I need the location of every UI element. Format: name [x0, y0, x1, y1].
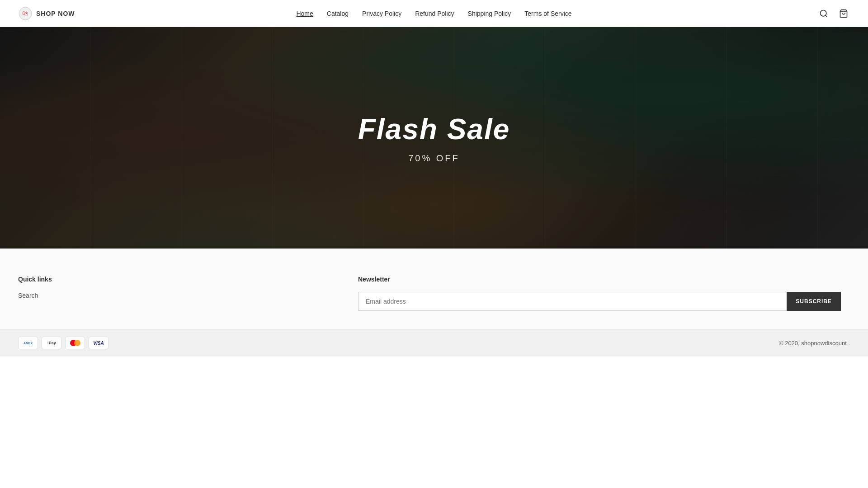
svg-text:🛍: 🛍 — [22, 9, 28, 17]
quick-links-title: Quick links — [18, 276, 340, 283]
logo-text: SHOP NOW — [36, 10, 75, 17]
header-actions — [817, 7, 850, 20]
quick-links-section: Quick links Search — [18, 276, 349, 303]
copyright-text: © 2020, shopnowdiscount . — [779, 340, 850, 347]
amex-icon: AMEX — [18, 337, 38, 349]
newsletter-section: Newsletter SUBSCRIBE — [349, 276, 850, 311]
nav-terms-of-service[interactable]: Terms of Service — [524, 10, 571, 17]
hero-section: Flash Sale 70% OFF — [0, 27, 868, 249]
nav-privacy-policy[interactable]: Privacy Policy — [362, 10, 401, 17]
cart-button[interactable] — [837, 7, 850, 20]
hero-content: Flash Sale 70% OFF — [358, 113, 510, 164]
cart-icon — [839, 9, 848, 18]
nav-shipping-policy[interactable]: Shipping Policy — [468, 10, 511, 17]
footer-main: Quick links Search Newsletter SUBSCRIBE — [0, 249, 868, 329]
mastercard-icon — [65, 337, 85, 349]
visa-icon: VISA — [89, 337, 108, 349]
footer-bottom: AMEX Pay VISA © 2020, shopnowdiscount . — [0, 329, 868, 357]
svg-point-2 — [821, 10, 826, 16]
footer-search-link[interactable]: Search — [18, 292, 340, 299]
logo[interactable]: 🛍 SHOP NOW — [18, 6, 75, 21]
search-icon — [819, 9, 828, 18]
nav-catalog[interactable]: Catalog — [327, 10, 349, 17]
subscribe-button[interactable]: SUBSCRIBE — [787, 292, 841, 311]
svg-line-3 — [826, 15, 827, 17]
nav-refund-policy[interactable]: Refund Policy — [415, 10, 454, 17]
apple-pay-icon: Pay — [42, 337, 61, 349]
payment-icons: AMEX Pay VISA — [18, 337, 108, 349]
main-nav: Home Catalog Privacy Policy Refund Polic… — [296, 10, 571, 17]
hero-subtitle: 70% OFF — [358, 153, 510, 164]
search-button[interactable] — [817, 7, 830, 20]
site-header: 🛍 SHOP NOW Home Catalog Privacy Policy R… — [0, 0, 868, 27]
nav-home[interactable]: Home — [296, 10, 313, 17]
newsletter-title: Newsletter — [358, 276, 841, 283]
newsletter-form: SUBSCRIBE — [358, 292, 841, 311]
logo-icon: 🛍 — [18, 6, 33, 21]
email-input[interactable] — [358, 292, 787, 311]
hero-title: Flash Sale — [358, 113, 510, 146]
